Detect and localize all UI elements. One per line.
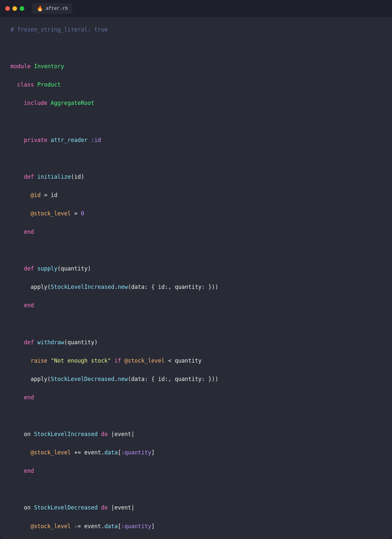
editor-window: 🔥 after.rb # frozen_string_literal: true…	[0, 0, 392, 539]
code-content: # frozen_string_literal: true module Inv…	[10, 25, 382, 539]
minimize-button[interactable]	[12, 6, 17, 11]
file-icon: 🔥	[37, 5, 43, 12]
titlebar: 🔥 after.rb	[0, 0, 392, 17]
maximize-button[interactable]	[20, 6, 24, 11]
tab-label: after.rb	[46, 6, 68, 11]
file-tab[interactable]: 🔥 after.rb	[32, 3, 72, 14]
code-editor[interactable]: # frozen_string_literal: true module Inv…	[0, 17, 392, 539]
close-button[interactable]	[5, 6, 10, 11]
